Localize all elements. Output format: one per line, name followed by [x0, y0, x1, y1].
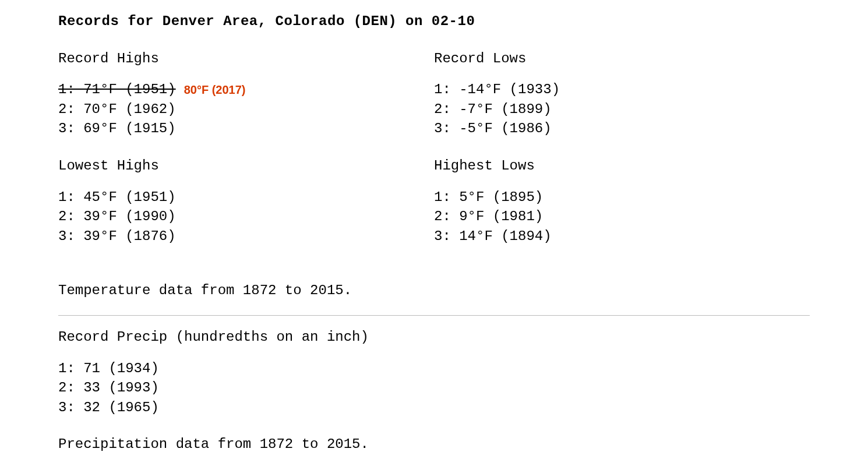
- right-column: Record Lows 1: -14°F (1933) 2: -7°F (189…: [434, 49, 810, 264]
- highest-lows-heading: Highest Lows: [434, 156, 810, 176]
- record-highs-row-1-struck: 1: 71°F (1951): [58, 82, 176, 97]
- record-lows-row-3: 3: -5°F (1986): [434, 119, 810, 139]
- record-lows-block: Record Lows 1: -14°F (1933) 2: -7°F (189…: [434, 49, 810, 139]
- temperature-footnote: Temperature data from 1872 to 2015.: [58, 281, 810, 301]
- record-highs-heading: Record Highs: [58, 49, 434, 69]
- record-highs-row-1-annotation: 80°F (2017): [184, 83, 246, 96]
- left-column: Record Highs 1: 71°F (1951)80°F (2017) 2…: [58, 49, 434, 264]
- record-lows-row-2: 2: -7°F (1899): [434, 100, 810, 119]
- record-highs-row-1: 1: 71°F (1951)80°F (2017): [58, 80, 434, 100]
- highest-lows-row-3: 3: 14°F (1894): [434, 227, 810, 246]
- lowest-highs-row-1: 1: 45°F (1951): [58, 188, 434, 207]
- record-lows-row-1: 1: -14°F (1933): [434, 80, 810, 100]
- record-precip-row-3: 3: 32 (1965): [58, 398, 810, 418]
- record-highs-row-3: 3: 69°F (1915): [58, 119, 434, 139]
- highest-lows-row-1: 1: 5°F (1895): [434, 188, 810, 207]
- lowest-highs-row-2: 2: 39°F (1990): [58, 207, 434, 227]
- temperature-columns: Record Highs 1: 71°F (1951)80°F (2017) 2…: [58, 49, 810, 264]
- lowest-highs-row-3: 3: 39°F (1876): [58, 227, 434, 246]
- divider: [58, 315, 810, 316]
- lowest-highs-block: Lowest Highs 1: 45°F (1951) 2: 39°F (199…: [58, 156, 434, 246]
- lowest-highs-heading: Lowest Highs: [58, 156, 434, 176]
- record-highs-row-2: 2: 70°F (1962): [58, 100, 434, 119]
- page-title: Records for Denver Area, Colorado (DEN) …: [58, 12, 810, 31]
- record-precip-row-1: 1: 71 (1934): [58, 359, 810, 379]
- record-precip-heading: Record Precip (hundredths on an inch): [58, 327, 810, 347]
- record-precip-row-2: 2: 33 (1993): [58, 378, 810, 398]
- record-lows-heading: Record Lows: [434, 49, 810, 69]
- highest-lows-row-2: 2: 9°F (1981): [434, 207, 810, 227]
- highest-lows-block: Highest Lows 1: 5°F (1895) 2: 9°F (1981)…: [434, 156, 810, 246]
- record-highs-block: Record Highs 1: 71°F (1951)80°F (2017) 2…: [58, 49, 434, 139]
- precip-footnote: Precipitation data from 1872 to 2015.: [58, 435, 810, 452]
- record-precip-block: Record Precip (hundredths on an inch) 1:…: [58, 327, 810, 417]
